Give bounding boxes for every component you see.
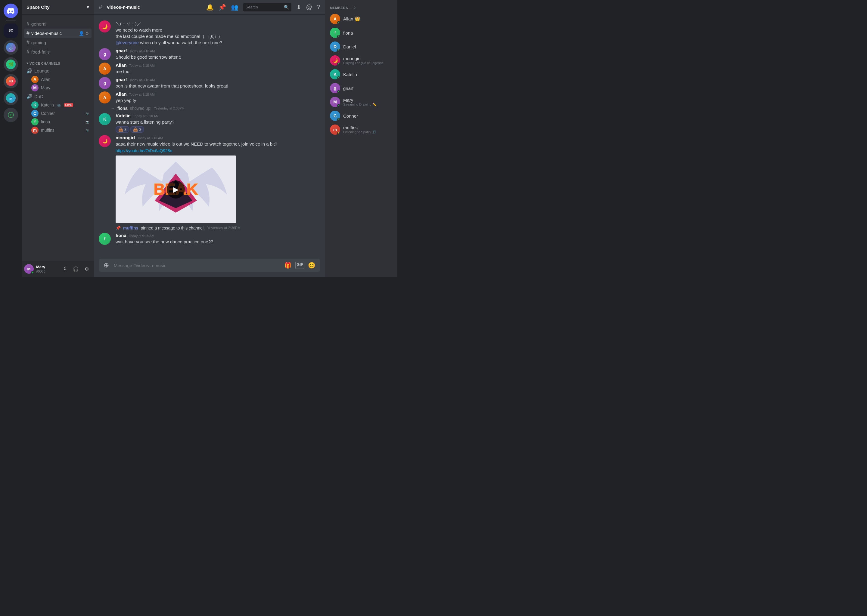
voice-category[interactable]: ▾ VOICE CHANNELS bbox=[24, 57, 91, 66]
message-content: gnarf Today at 9:18 AM Should be good to… bbox=[116, 48, 320, 60]
gif-button[interactable]: GIF bbox=[295, 262, 304, 269]
member-name: gnarf bbox=[343, 86, 353, 91]
member-avatar-daniel: D bbox=[330, 41, 340, 52]
member-avatar-conner: C bbox=[31, 110, 39, 117]
channel-food-fails[interactable]: # food-fails bbox=[24, 47, 91, 57]
headset-button[interactable]: 🎧 bbox=[71, 264, 81, 274]
message-header: Katelin Today at 9:18 AM bbox=[116, 113, 320, 118]
message-author[interactable]: moongirl bbox=[116, 135, 135, 140]
message-author[interactable]: gnarf bbox=[116, 77, 127, 82]
member-info: Daniel bbox=[343, 44, 356, 49]
system-author: fiona bbox=[117, 106, 127, 111]
member-item-moongirl[interactable]: 🌙 moongirl Playing League of Legends bbox=[328, 53, 395, 68]
voice-member-muffins[interactable]: m muffins 📷 bbox=[24, 126, 91, 134]
system-timestamp: Yesterday at 2:38PM bbox=[154, 107, 184, 110]
message-author-gnarf[interactable]: gnarf bbox=[116, 48, 127, 53]
youtube-link[interactable]: https://youtu.be/OiDx6aQ928o bbox=[116, 148, 172, 153]
member-item-mary[interactable]: M Mary Streaming Drawing ✏️ bbox=[328, 95, 395, 109]
add-attachment-button[interactable]: ⊕ bbox=[104, 261, 109, 269]
mention-everyone[interactable]: @everyone bbox=[116, 40, 139, 45]
member-item-allan[interactable]: A Allan 👑 bbox=[328, 12, 395, 26]
help-icon[interactable]: ? bbox=[317, 4, 320, 11]
pinner-name[interactable]: muffins bbox=[123, 226, 139, 230]
video-thumbnail[interactable]: BEAK ▶ bbox=[116, 156, 236, 223]
bell-icon[interactable]: 🔔 bbox=[206, 4, 214, 11]
member-name: Allan 👑 bbox=[343, 16, 360, 22]
channel-gaming[interactable]: # gaming bbox=[24, 38, 91, 47]
voice-channel-lounge[interactable]: 🔊 Lounge bbox=[24, 66, 91, 75]
channel-header: # videos-n-music 🔔 📌 👥 Search 🔍 ⬇ @ ? bbox=[94, 0, 325, 14]
arrow-icon: → bbox=[111, 106, 115, 111]
channel-name-gaming: gaming bbox=[31, 40, 46, 45]
speaker-icon: 🔊 bbox=[27, 68, 33, 74]
member-item-conner[interactable]: C Conner bbox=[328, 109, 395, 123]
server-icon-2[interactable]: ⚓ bbox=[4, 40, 18, 55]
reaction-emoji-2: 👜 bbox=[133, 127, 138, 132]
member-activity: Listening to Spotify 🎵 bbox=[343, 130, 376, 134]
reaction-emoji: 👜 bbox=[118, 127, 123, 132]
channel-videos-n-music[interactable]: # videos-n-music 👤 ⚙ bbox=[24, 28, 91, 38]
explore-servers[interactable] bbox=[4, 108, 18, 122]
server-header[interactable]: Space City ▾ bbox=[22, 0, 94, 14]
server-bar: SC ⚓ 🌿 40 🐟 bbox=[0, 0, 22, 277]
member-name: Daniel bbox=[343, 44, 356, 49]
status-dot bbox=[337, 104, 340, 107]
member-item-fiona[interactable]: f fiona bbox=[328, 26, 395, 40]
member-avatar-muffins: m bbox=[330, 124, 340, 135]
voice-member-conner[interactable]: C Conner 📷 bbox=[24, 109, 91, 118]
user-settings-button[interactable]: ⚙ bbox=[82, 264, 91, 274]
message-timestamp: Today at 9:18 AM bbox=[129, 93, 155, 96]
server-icon-5[interactable]: 🐟 bbox=[4, 91, 18, 105]
message-author[interactable]: Katelin bbox=[116, 113, 131, 118]
live-badge-katelin: LIVE bbox=[64, 103, 73, 107]
message-header: gnarf Today at 9:18 AM bbox=[116, 48, 320, 53]
pin-icon[interactable]: 📌 bbox=[219, 4, 226, 11]
at-icon[interactable]: @ bbox=[306, 4, 312, 11]
search-bar[interactable]: Search 🔍 bbox=[243, 3, 292, 11]
message-author[interactable]: fiona bbox=[116, 233, 126, 238]
download-icon[interactable]: ⬇ bbox=[296, 4, 301, 11]
voice-member-mary[interactable]: M Mary bbox=[24, 83, 91, 92]
pin-action: pinned a message to this channel. bbox=[141, 226, 205, 230]
server-icon-space-city[interactable]: SC bbox=[4, 24, 18, 38]
message-author[interactable]: Allan bbox=[116, 91, 127, 97]
voice-member-fiona[interactable]: f fiona 📷 bbox=[24, 118, 91, 126]
add-member-icon[interactable]: 👤 bbox=[79, 31, 84, 36]
message-author-allan[interactable]: Allan bbox=[116, 63, 127, 68]
input-actions: 🎁 GIF 😊 bbox=[284, 262, 315, 269]
member-info: Mary Streaming Drawing ✏️ bbox=[343, 97, 377, 107]
reaction-2[interactable]: 👜 3 bbox=[130, 126, 144, 133]
members-icon[interactable]: 👥 bbox=[231, 4, 238, 11]
gift-icon[interactable]: 🎁 bbox=[284, 262, 292, 269]
voice-channel-dnd[interactable]: 🔊 DnD bbox=[24, 92, 91, 101]
message-avatar-moongirl: 🌙 bbox=[99, 135, 111, 147]
cam-icon-conner: 📷 bbox=[85, 112, 89, 115]
microphone-button[interactable]: 🎙 bbox=[60, 264, 70, 274]
video-embed: BEAK ▶ bbox=[116, 156, 236, 223]
channel-general[interactable]: # general bbox=[24, 19, 91, 28]
message-input-container: ⊕ 🎁 GIF 😊 bbox=[99, 259, 320, 272]
message-input[interactable] bbox=[114, 263, 279, 268]
discord-home-button[interactable] bbox=[4, 4, 18, 18]
message-content: gnarf Today at 9:18 AM ooh is that new a… bbox=[116, 77, 320, 89]
voice-member-katelin[interactable]: K Katelin 📹 LIVE bbox=[24, 101, 91, 109]
members-panel: MEMBERS — 9 A Allan 👑 f fiona bbox=[325, 0, 397, 277]
server-icon-3[interactable]: 🌿 bbox=[4, 57, 18, 72]
message-allan-1: A Allan Today at 9:18 AM me too! bbox=[94, 61, 325, 76]
message-moongirl: 🌙 moongirl Today at 9:18 AM aaaa their n… bbox=[94, 134, 325, 225]
member-item-daniel[interactable]: D Daniel bbox=[328, 40, 395, 53]
member-name: Conner bbox=[343, 113, 358, 118]
emoji-button[interactable]: 😊 bbox=[308, 262, 315, 269]
reaction-1[interactable]: 👜 3 bbox=[116, 126, 129, 133]
message-content: Katelin Today at 9:18 AM wanna start a l… bbox=[116, 113, 320, 133]
status-dot bbox=[337, 76, 340, 79]
member-item-gnarf[interactable]: g gnarf bbox=[328, 81, 395, 95]
message-avatar-gnarf2: g bbox=[99, 77, 111, 89]
voice-member-allan[interactable]: A Allan bbox=[24, 75, 91, 83]
member-item-muffins[interactable]: m muffins Listening to Spotify 🎵 bbox=[328, 123, 395, 137]
server-icon-4[interactable]: 40 bbox=[4, 74, 18, 88]
status-dot bbox=[337, 132, 340, 135]
settings-icon[interactable]: ⚙ bbox=[85, 31, 89, 36]
play-button[interactable]: ▶ bbox=[167, 181, 185, 198]
member-item-katelin[interactable]: K Katelin bbox=[328, 68, 395, 81]
